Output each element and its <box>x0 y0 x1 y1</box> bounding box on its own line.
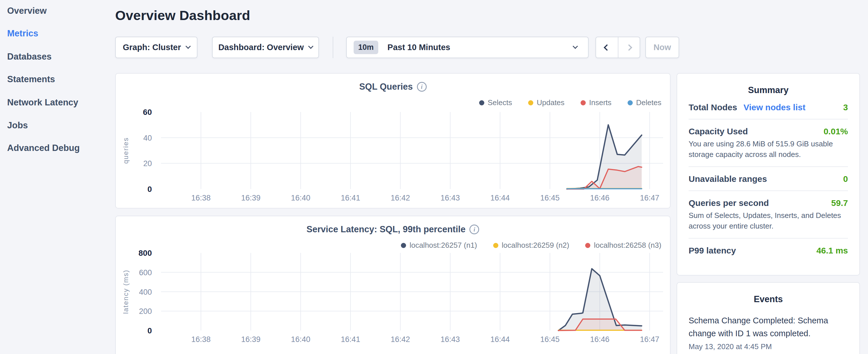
time-range-badge: 10m <box>353 41 378 54</box>
graph-dropdown[interactable]: Graph: Cluster <box>115 37 197 58</box>
summary-value: 0.01% <box>824 127 848 136</box>
now-button-label: Now <box>653 43 671 52</box>
events-card: Events Schema Change Completed: Schema c… <box>677 282 860 354</box>
svg-text:16:40: 16:40 <box>291 335 310 344</box>
chevron-down-icon <box>308 43 313 49</box>
svg-text:16:45: 16:45 <box>540 335 560 344</box>
summary-value: 0 <box>843 174 848 184</box>
summary-value: 46.1 ms <box>816 246 848 255</box>
summary-description: You are using 28.6 MiB of 515.9 GiB usab… <box>689 139 848 160</box>
sidebar-item-statements[interactable]: Statements <box>7 74 55 87</box>
dashboard-dropdown[interactable]: Dashboard: Overview <box>212 37 319 58</box>
service-latency-chart[interactable]: 16:3816:3916:4016:4116:4216:4316:4416:45… <box>116 216 671 354</box>
svg-text:16:38: 16:38 <box>191 335 211 344</box>
svg-text:20: 20 <box>143 159 152 168</box>
svg-text:16:39: 16:39 <box>241 335 260 344</box>
svg-text:16:41: 16:41 <box>341 335 360 344</box>
svg-text:latency (ms): latency (ms) <box>122 269 129 314</box>
chevron-down-icon <box>185 43 191 49</box>
summary-rows: Total NodesView nodes list3Capacity Used… <box>689 102 848 255</box>
svg-text:0: 0 <box>147 185 152 194</box>
event-timestamp: May 13, 2020 at 4:45 PM <box>689 342 848 351</box>
summary-row: Total NodesView nodes list3 <box>689 102 848 112</box>
svg-text:16:38: 16:38 <box>191 194 211 202</box>
sidebar-item-metrics[interactable]: Metrics <box>7 28 38 41</box>
chevron-left-icon <box>604 44 610 51</box>
svg-text:16:39: 16:39 <box>241 194 260 202</box>
time-range-dropdown[interactable]: 10m Past 10 Minutes <box>346 37 589 58</box>
svg-text:16:46: 16:46 <box>590 335 610 344</box>
summary-label: Queries per second <box>689 198 769 208</box>
summary-card: Summary Total NodesView nodes list3Capac… <box>677 73 860 276</box>
summary-value: 59.7 <box>831 198 848 208</box>
summary-label: Capacity Used <box>689 127 748 136</box>
svg-text:16:46: 16:46 <box>590 194 610 202</box>
summary-divider <box>689 190 848 191</box>
svg-text:16:41: 16:41 <box>341 194 360 202</box>
graph-dropdown-label: Graph: Cluster <box>123 43 181 52</box>
summary-description: Sum of Selects, Updates, Inserts, and De… <box>689 210 848 231</box>
chevron-right-icon <box>626 44 632 51</box>
toolbar-divider <box>333 37 333 58</box>
svg-text:16:43: 16:43 <box>440 194 460 202</box>
sidebar-item-overview[interactable]: Overview <box>7 6 47 18</box>
summary-label: P99 latency <box>689 246 736 255</box>
svg-text:400: 400 <box>139 288 152 296</box>
summary-title: Summary <box>689 74 848 95</box>
svg-text:16:40: 16:40 <box>291 194 310 202</box>
prev-time-button[interactable] <box>596 37 618 58</box>
summary-row: Unavailable ranges0 <box>689 174 848 184</box>
svg-text:16:47: 16:47 <box>640 335 659 344</box>
svg-text:16:42: 16:42 <box>391 335 410 344</box>
svg-text:60: 60 <box>143 108 152 117</box>
svg-text:16:42: 16:42 <box>391 194 410 202</box>
service-latency-chart-card: Service Latency: SQL, 99th percentile i … <box>115 216 671 354</box>
sidebar-item-jobs[interactable]: Jobs <box>7 120 28 133</box>
sidebar-item-advanced-debug[interactable]: Advanced Debug <box>7 143 80 156</box>
dashboard-dropdown-label: Dashboard: Overview <box>218 43 304 52</box>
svg-text:16:43: 16:43 <box>440 335 460 344</box>
summary-value: 3 <box>843 102 848 112</box>
svg-text:16:47: 16:47 <box>640 194 659 202</box>
time-arrows <box>595 37 640 58</box>
chevron-down-icon <box>572 43 578 49</box>
sidebar: OverviewMetricsDatabasesStatementsNetwor… <box>0 0 115 354</box>
svg-text:800: 800 <box>138 249 152 257</box>
svg-text:queries: queries <box>122 137 129 164</box>
event-message: Schema Change Completed: Schema change w… <box>689 314 848 340</box>
summary-label: Unavailable ranges <box>689 174 767 184</box>
time-range-label: Past 10 Minutes <box>388 43 450 52</box>
summary-divider <box>689 119 848 120</box>
svg-text:600: 600 <box>139 268 152 277</box>
summary-divider <box>689 238 848 238</box>
svg-text:0: 0 <box>147 326 152 335</box>
next-time-button[interactable] <box>618 37 640 58</box>
now-button[interactable]: Now <box>645 37 679 58</box>
summary-label: Total Nodes <box>689 102 737 112</box>
events-list: Schema Change Completed: Schema change w… <box>689 314 848 351</box>
svg-text:16:45: 16:45 <box>540 194 560 202</box>
sidebar-item-network-latency[interactable]: Network Latency <box>7 97 78 110</box>
page-title: Overview Dashboard <box>115 7 250 23</box>
svg-text:16:44: 16:44 <box>490 335 510 344</box>
sql-queries-chart-card: SQL Queries i SelectsUpdatesInsertsDelet… <box>115 73 671 208</box>
toolbar: Graph: Cluster Dashboard: Overview 10m P… <box>115 37 746 58</box>
sql-queries-chart[interactable]: 16:3816:3916:4016:4116:4216:4316:4416:45… <box>116 74 671 209</box>
view-nodes-list-link[interactable]: View nodes list <box>743 102 805 112</box>
summary-row: Queries per second59.7 <box>689 198 848 208</box>
svg-text:40: 40 <box>143 134 152 142</box>
summary-row: Capacity Used0.01% <box>689 127 848 136</box>
summary-divider <box>689 166 848 167</box>
svg-text:16:44: 16:44 <box>490 194 510 202</box>
svg-text:200: 200 <box>139 307 152 316</box>
summary-row: P99 latency46.1 ms <box>689 246 848 255</box>
sidebar-item-databases[interactable]: Databases <box>7 52 52 64</box>
events-title: Events <box>689 283 848 304</box>
